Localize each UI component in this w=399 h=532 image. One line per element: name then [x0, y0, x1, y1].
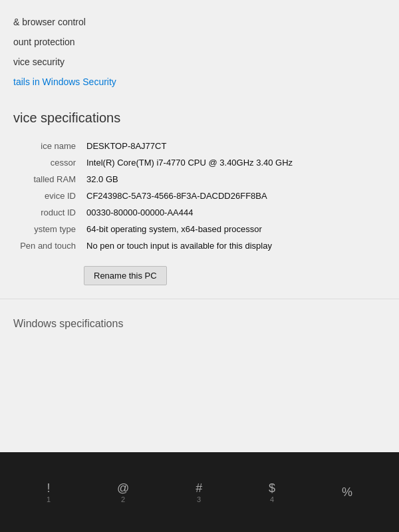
device-specs-title: vice specifications: [0, 92, 399, 138]
key-1[interactable]: ! 1: [47, 481, 51, 503]
spec-value-device-name: DESKTOP-8AJ77CT: [86, 141, 386, 151]
key-5[interactable]: %: [342, 485, 352, 499]
nav-item-windows-security[interactable]: tails in Windows Security: [13, 72, 386, 92]
spec-row-ram: talled RAM 32.0 GB: [13, 171, 386, 188]
keyboard-area: ! 1 @ 2 # 3 $ 4 %: [0, 452, 399, 532]
spec-value-pen-touch: No pen or touch input is available for t…: [86, 241, 386, 251]
spec-value-ram: 32.0 GB: [86, 174, 386, 184]
spec-row-device-id: evice ID CF24398C-5A73-4566-8F3A-DACDD26…: [13, 188, 386, 204]
spec-label-device-name: ice name: [13, 141, 86, 151]
spec-label-device-id: evice ID: [13, 191, 86, 201]
nav-item-browser[interactable]: & browser control: [13, 12, 386, 32]
settings-panel: & browser control ount protection vice s…: [0, 0, 399, 452]
spec-row-device-name: ice name DESKTOP-8AJ77CT: [13, 138, 386, 154]
rename-pc-button[interactable]: Rename this PC: [84, 266, 167, 285]
nav-item-protection[interactable]: ount protection: [13, 32, 386, 52]
spec-value-device-id: CF24398C-5A73-4566-8F3A-DACDD26FF8BA: [86, 191, 386, 201]
spec-label-product-id: roduct ID: [13, 207, 86, 217]
specs-table: ice name DESKTOP-8AJ77CT cessor Intel(R)…: [0, 138, 399, 254]
spec-label-processor: cessor: [13, 158, 86, 168]
spec-label-ram: talled RAM: [13, 174, 86, 184]
spec-value-system-type: 64-bit operating system, x64-based proce…: [86, 224, 386, 234]
spec-label-system-type: ystem type: [13, 224, 86, 234]
spec-value-processor: Intel(R) Core(TM) i7-4770 CPU @ 3.40GHz …: [86, 158, 386, 168]
key-2[interactable]: @ 2: [117, 481, 129, 503]
spec-label-pen-touch: Pen and touch: [13, 241, 86, 251]
key-3[interactable]: # 3: [196, 481, 202, 503]
spec-row-processor: cessor Intel(R) Core(TM) i7-4770 CPU @ 3…: [13, 154, 386, 171]
spec-row-system-type: ystem type 64-bit operating system, x64-…: [13, 221, 386, 237]
windows-specs-title: Windows specifications: [0, 299, 399, 336]
spec-row-pen-touch: Pen and touch No pen or touch input is a…: [13, 237, 386, 254]
spec-value-product-id: 00330-80000-00000-AA444: [86, 207, 386, 217]
spec-row-product-id: roduct ID 00330-80000-00000-AA444: [13, 204, 386, 221]
key-4[interactable]: $ 4: [269, 481, 275, 503]
nav-item-security[interactable]: vice security: [13, 52, 386, 72]
nav-items: & browser control ount protection vice s…: [0, 0, 399, 92]
